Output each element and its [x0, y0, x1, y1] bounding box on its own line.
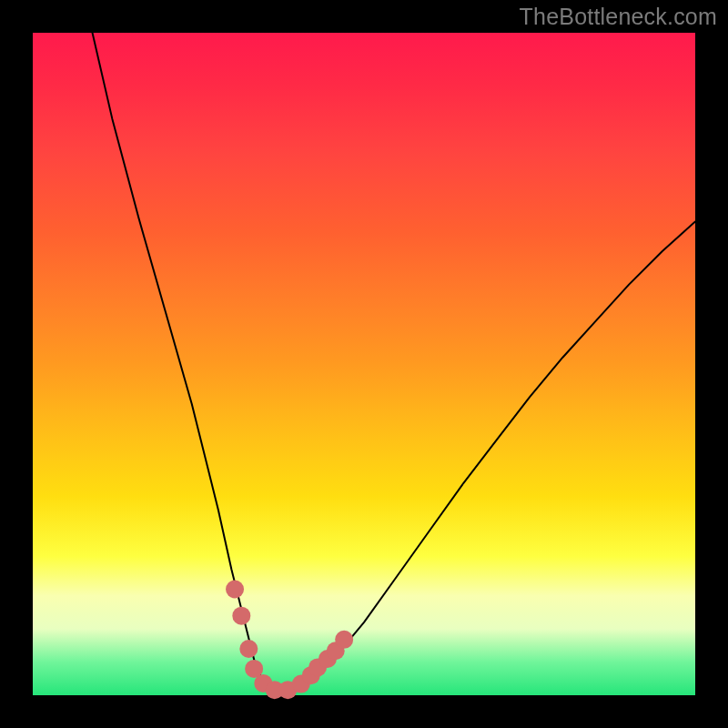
highlight-dot — [335, 631, 353, 649]
chart-svg — [33, 33, 695, 695]
curve-layer — [93, 33, 695, 692]
highlight-dots-layer — [226, 581, 353, 700]
highlight-dot — [232, 607, 250, 625]
chart-plot-area — [33, 33, 695, 695]
bottleneck-curve — [93, 33, 695, 692]
chart-stage: TheBottleneck.com — [0, 0, 728, 728]
watermark-text: TheBottleneck.com — [520, 4, 717, 30]
highlight-dot — [239, 640, 258, 658]
highlight-dot — [226, 581, 244, 599]
